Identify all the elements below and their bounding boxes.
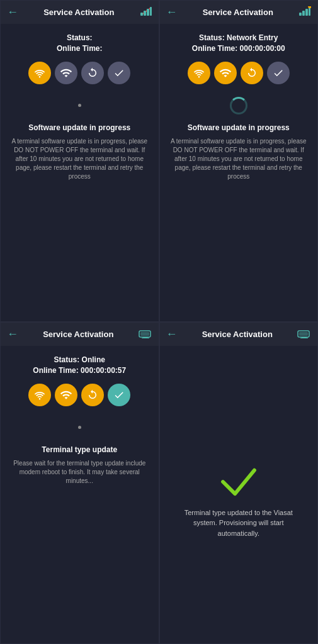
panel-4-header: ← Service Activation <box>160 323 318 346</box>
panel-1-status: Status:Online Time: <box>57 33 102 54</box>
svg-rect-11 <box>140 332 149 336</box>
icon-wifi-1 <box>28 62 51 84</box>
panel-2-spinner-area <box>230 93 247 118</box>
icon-refresh-2 <box>241 62 263 84</box>
panel-3-update-title: Terminal type update <box>42 445 117 454</box>
panel-4-success-text: Terminal type updated to the Viasat syst… <box>168 508 310 539</box>
back-arrow-1[interactable]: ← <box>7 6 18 19</box>
panel-3-status: Status: OnlineOnline Time: 000:00:00:57 <box>33 355 126 376</box>
panel-2-header-icon <box>298 6 311 19</box>
success-checkmark-icon <box>220 466 258 497</box>
panel-2-title: Service Activation <box>178 8 299 17</box>
svg-rect-4 <box>150 7 152 16</box>
back-arrow-4[interactable]: ← <box>166 328 178 341</box>
svg-rect-8 <box>309 7 310 16</box>
panel-1-icons-row <box>28 62 130 84</box>
panel-3-dot-area <box>78 415 81 440</box>
icon-check-1 <box>108 62 130 84</box>
svg-rect-5 <box>299 13 302 16</box>
svg-point-9 <box>308 6 311 8</box>
panel-3-update-body: Please wait for the terminal type update… <box>8 459 151 486</box>
icon-check-3 <box>108 384 130 406</box>
icon-wifi-3 <box>28 384 51 406</box>
panel-3-dot <box>78 426 81 429</box>
icon-wifi-2 <box>188 62 210 84</box>
panel-4-header-icon <box>297 328 311 341</box>
panel-2-spinner <box>230 97 247 114</box>
panel-2-update-title: Software update in progress <box>188 123 290 132</box>
icon-signal-3 <box>55 384 77 406</box>
panel-1-header-icon <box>140 6 152 19</box>
panel-4-title: Service Activation <box>178 330 298 339</box>
icon-signal-1 <box>55 62 77 84</box>
panel-1-dot-area <box>78 93 81 118</box>
panel-4: ← Service Activation Terminal type updat… <box>159 322 319 644</box>
panel-3-title: Service Activation <box>18 330 139 339</box>
panel-4-body: Terminal type updated to the Viasat syst… <box>160 346 318 643</box>
svg-rect-3 <box>147 9 149 16</box>
svg-rect-17 <box>300 338 308 338</box>
svg-rect-7 <box>305 9 308 16</box>
panel-1-update-body: A terminal software update is in progres… <box>8 137 151 181</box>
svg-rect-2 <box>144 11 146 16</box>
panel-2-update-body: A terminal software update is in progres… <box>168 137 310 181</box>
panel-2-header: ← Service Activation <box>160 1 318 24</box>
panel-1-dot <box>78 104 81 107</box>
panel-3-body: Status: OnlineOnline Time: 000:00:00:57 <box>1 346 159 643</box>
panel-1-update-title: Software update in progress <box>28 123 130 132</box>
icon-signal-2 <box>214 62 237 84</box>
svg-rect-1 <box>140 13 143 16</box>
panel-2-status: Status: Network EntryOnline Time: 000:00… <box>192 33 285 54</box>
panel-1: ← Service Activation Status:Online Time: <box>0 0 159 322</box>
panel-2: ← Service Activation Status: Network Ent… <box>159 0 319 322</box>
icon-check-2 <box>267 62 290 84</box>
icon-refresh-1 <box>81 62 104 84</box>
svg-rect-13 <box>142 338 149 338</box>
svg-rect-6 <box>302 11 305 16</box>
panel-3-header: ← Service Activation <box>1 323 159 346</box>
back-arrow-3[interactable]: ← <box>7 328 18 341</box>
panel-1-body: Status:Online Time: <box>1 24 159 321</box>
back-arrow-2[interactable]: ← <box>166 6 178 19</box>
panel-2-icons-row <box>188 62 290 84</box>
panel-2-body: Status: Network EntryOnline Time: 000:00… <box>160 24 318 321</box>
panel-3: ← Service Activation Status: OnlineOnlin… <box>0 322 159 644</box>
panel-1-title: Service Activation <box>18 8 140 17</box>
svg-rect-15 <box>299 332 308 336</box>
icon-refresh-3 <box>81 384 104 406</box>
panel-3-icons-row <box>28 384 130 406</box>
panel-3-header-icon <box>139 328 152 341</box>
panel-1-header: ← Service Activation <box>1 1 159 24</box>
